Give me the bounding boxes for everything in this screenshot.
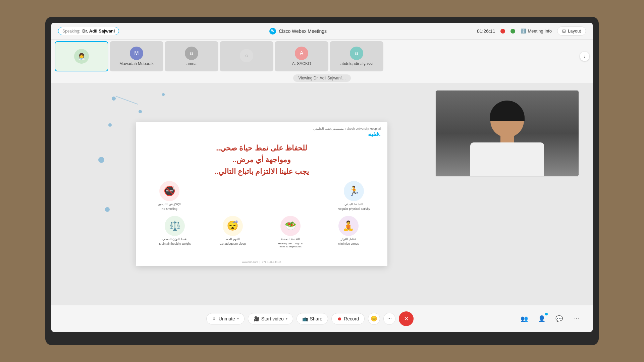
chat-icon: 💬 [555,315,563,322]
no-smoking-label-ar: الإقلاع عن التدخين [158,202,181,206]
slide-icon-physical: 🏃 النشاط البدني Regular physical activit… [334,181,374,210]
diet-icon: 🥗 [280,216,301,236]
top-bar-center: W Cisco Webex Meetings [269,28,327,35]
more-button[interactable]: ··· [383,313,395,325]
webex-logo-icon: W [269,28,276,35]
presenter-icon: 🧑‍⚕️ [74,49,89,64]
stress-icon: 🧘 [338,216,359,236]
meeting-info-button[interactable]: ℹ️ Meeting Info [521,28,552,34]
slide-icon-weight: ⚖️ ضبط الوزن الصحي Maintain healthy weig… [155,216,195,248]
reaction-button[interactable]: 😊 [368,313,380,325]
recording-dot-icon [500,29,505,34]
webcam-person [436,90,579,176]
share-icon: 📺 [302,316,308,321]
avatar: a [185,47,198,60]
laptop-frame: Speaking: Dr. Adil Sajwani W Cisco Webex… [45,17,599,345]
weight-icon: ⚖️ [165,216,185,236]
sleep-label-en: Get adequate sleep [219,242,246,245]
more-options-icon: ··· [574,315,579,322]
arabic-line-2: ومواجهة أي مرض.. [143,154,381,166]
arabic-line-1: للحفاظ على نمط حياة صحي.. [143,142,381,154]
participant-name: amna [186,61,197,66]
participants-strip: 🧑‍⚕️ M Mawadah Mubarak a amna [51,40,593,73]
slide-icon-stress: 🧘 تقليل التوتر Minimise stress [328,216,369,248]
physical-label-en: Regular physical activity [338,207,370,210]
start-video-button[interactable]: 🎥 Start video ▾ [248,313,293,324]
participant-thumb[interactable]: A A. SACKO [275,41,328,71]
toolbar-center: 🎙 Unmute ▾ 🎥 Start video ▾ 📺 Share [206,311,414,326]
more-options-button[interactable]: ··· [571,313,583,325]
participant-thumb[interactable]: M Mawadah Mubarak [110,41,163,71]
slide-inner: مستشفى فقيه الجامعي Fakeeh University Ho… [136,122,387,266]
speaking-label: Speaking: [62,29,80,34]
top-bar-right: 01:26:11 ℹ️ Meeting Info ⊞ Layout [477,26,586,36]
top-bar: Speaking: Dr. Adil Sajwani W Cisco Webex… [51,23,593,40]
webcam-video [435,90,579,177]
app-title: Cisco Webex Meetings [279,28,327,34]
avatar: a [350,47,363,60]
unmute-dropdown-arrow: ▾ [237,317,239,320]
arabic-line-3: يجب علينا الالتزام باتباع التالي.. [143,166,381,177]
speaking-badge: Speaking: Dr. Adil Sajwani [58,27,119,35]
add-participant-icon: 👤 [538,315,545,322]
avatar: M [130,47,143,60]
unmute-button[interactable]: 🎙 Unmute ▾ [206,313,245,324]
participant-name: A. SACKO [292,61,311,66]
info-icon: ℹ️ [521,28,526,34]
end-call-button[interactable]: ✕ [399,311,414,326]
meeting-timer: 01:26:11 [477,28,495,34]
sleep-label-ar: النوم الجيد [225,237,240,241]
viewing-label: Viewing Dr. Adil Sajwani'... [293,74,351,82]
microphone-icon: 🎙 [212,316,217,321]
participants-icon: 👥 [521,315,528,322]
main-content: + − ⛶ مستشفى فقيه الجامعي Fakeeh Univers… [51,83,593,305]
stress-label-ar: تقليل التوتر [341,237,356,241]
sleep-icon: 😴 [223,216,243,236]
slide-icon-sleep: 😴 النوم الجيد Get adequate sleep [213,216,253,248]
weight-label-ar: ضبط الوزن الصحي [162,237,187,241]
participant-thumb[interactable]: a abdelqadir alyassi [330,41,383,71]
physical-icon: 🏃 [344,181,364,201]
share-button[interactable]: 📺 Share [297,313,328,324]
avatar: ○ [240,49,253,62]
viewing-badge: Viewing Dr. Adil Sajwani'... [51,73,593,83]
notification-badge [545,313,548,315]
participant-thumb[interactable]: a amna [165,41,218,71]
participants-next-button[interactable]: › [580,52,589,61]
layout-icon: ⊞ [562,28,566,34]
no-smoking-label-en: No smoking [161,207,177,210]
participants-button[interactable]: 👥 [518,313,530,325]
video-icon: 🎥 [254,316,259,321]
no-smoking-icon: 🚭 [159,181,179,201]
participant-thumb[interactable]: 🧑‍⚕️ [55,41,108,71]
end-call-icon: ✕ [404,315,409,322]
slide-top-icons: 🚭 الإقلاع عن التدخين No smoking 🏃 النشاط… [143,181,381,210]
record-icon: ⏺ [337,316,342,321]
speaking-name: Dr. Adil Sajwani [82,28,115,34]
weight-label-en: Maintain healthy weight [159,242,191,245]
record-button[interactable]: ⏺ Record [331,313,365,324]
slide-icon-diet: 🥗 التغذية الصحية Healthy diet – high inf… [270,216,311,248]
layout-button[interactable]: ⊞ Layout [557,26,586,36]
slide-logo: مستشفى فقيه الجامعي Fakeeh University Ho… [313,127,381,138]
video-dropdown-arrow: ▾ [286,317,287,320]
diet-label-en: Healthy diet – high infruits & vegetable… [278,242,303,248]
slide-footer: www.fuh.care | +971 4 414 44 44 [136,260,387,263]
top-bar-left: Speaking: Dr. Adil Sajwani [58,27,119,35]
hospital-name: مستشفى فقيه الجامعي Fakeeh University Ho… [313,127,381,130]
diet-label-ar: التغذية الصحية [281,237,300,241]
chat-button[interactable]: 💬 [553,313,565,325]
slide-arabic-title: للحفاظ على نمط حياة صحي.. ومواجهة أي مرض… [143,142,381,178]
avatar: A [295,47,308,60]
slide-bottom-icons: ⚖️ ضبط الوزن الصحي Maintain healthy weig… [143,216,381,248]
slide-icon-no-smoking: 🚭 الإقلاع عن التدخين No smoking [149,181,190,210]
add-participant-wrapper: 👤 [536,313,548,325]
participant-name: Mawadah Mubarak [119,61,154,66]
toolbar-right: 👥 👤 💬 ··· [518,313,583,325]
participant-thumb[interactable]: ○ [220,41,273,71]
participant-name: abdelqadir alyassi [340,61,373,66]
physical-label-ar: النشاط البدني [344,202,363,206]
status-green-icon [511,29,515,34]
stress-label-en: Minimise stress [338,242,359,245]
presentation-slide: + − ⛶ مستشفى فقيه الجامعي Fakeeh Univers… [136,122,387,266]
